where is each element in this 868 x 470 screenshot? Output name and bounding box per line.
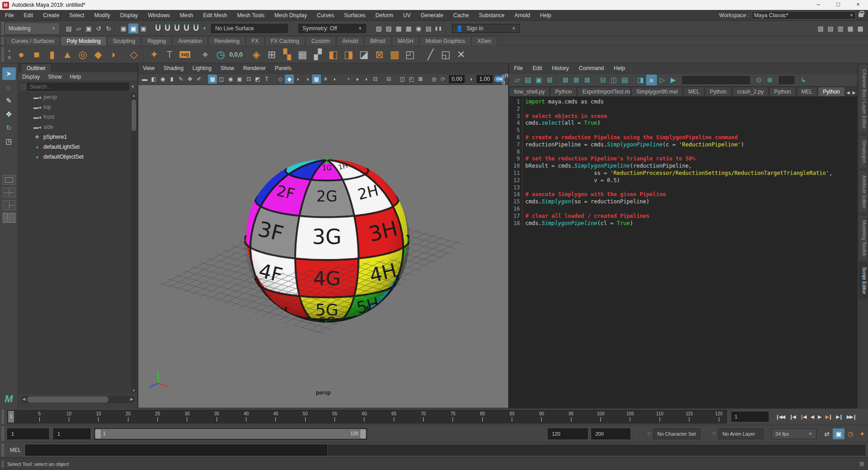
shelf-tab-arnold[interactable]: Arnold xyxy=(336,36,364,46)
xray-icon[interactable]: ◫ xyxy=(398,75,407,84)
outliner-item-persp[interactable]: ▬◂persp xyxy=(18,92,137,102)
field-chart-icon[interactable]: ⊡ xyxy=(244,75,253,84)
res-gate-icon[interactable]: ◉ xyxy=(226,75,235,84)
snap-grid-icon[interactable] xyxy=(156,26,160,31)
anim-layer-selector[interactable]: No Anim Layer xyxy=(718,428,764,439)
quad-draw-icon[interactable]: ◧ xyxy=(326,47,341,62)
outliner-menu-help[interactable]: Help xyxy=(66,74,85,80)
outliner-item-side[interactable]: ▬◂side xyxy=(18,122,137,132)
layout-split-pane-icon[interactable] xyxy=(3,200,15,210)
reduce-icon[interactable]: ◰ xyxy=(402,47,418,62)
attribute-editor-toggle-icon[interactable]: ▦ xyxy=(845,24,855,33)
auto-key-icon[interactable]: ▣ xyxy=(833,428,844,439)
snap-curve-icon[interactable] xyxy=(165,26,170,31)
film-gate-icon[interactable]: ◫ xyxy=(217,75,226,84)
modeling-toolkit-toggle-icon[interactable]: ▧ xyxy=(816,24,826,33)
poly-sphere-icon[interactable]: ● xyxy=(14,47,29,62)
loop-playback-icon[interactable]: ⇄ xyxy=(821,430,833,437)
current-frame-field[interactable]: 1 xyxy=(731,412,769,422)
command-input[interactable] xyxy=(25,445,327,456)
script-tab-simplygon90-mel[interactable]: Simplygon90.mel xyxy=(631,87,683,96)
step-back-frame-icon[interactable]: ❙◀ xyxy=(787,414,797,420)
shelf-tab-rigging[interactable]: Rigging xyxy=(142,36,172,46)
go-to-end-icon[interactable]: ▶▶❙ xyxy=(844,414,858,420)
clear-history-icon[interactable]: ⊠ xyxy=(571,75,582,85)
poly-text-icon[interactable]: T xyxy=(162,47,177,62)
drag-handle[interactable] xyxy=(1,47,4,62)
anim-prefs-icon[interactable]: ◷ xyxy=(844,430,856,437)
menu-item-mesh-display[interactable]: Mesh Display xyxy=(269,10,312,21)
script-tab-python[interactable]: Python xyxy=(705,87,731,96)
paint-select-tool-icon[interactable]: ✎ xyxy=(2,94,16,107)
range-slider-bar[interactable]: 1 120 xyxy=(95,429,366,439)
viewport-menu-renderer[interactable]: Renderer xyxy=(239,65,270,71)
poly-cylinder-icon[interactable]: ▮ xyxy=(44,47,60,62)
channel-box-toggle-icon[interactable]: ▥ xyxy=(835,24,845,33)
menu-item-modify[interactable]: Modify xyxy=(89,10,115,21)
target-weld-icon[interactable]: ◱ xyxy=(438,47,453,62)
ipr-render-icon[interactable]: ▩ xyxy=(394,24,404,33)
viewport-menu-shading[interactable]: Shading xyxy=(159,65,188,71)
textured-icon[interactable]: ◐ xyxy=(294,75,303,84)
layout-outliner-persp-icon[interactable] xyxy=(3,213,15,223)
script-editor-menu-edit[interactable]: Edit xyxy=(528,65,547,71)
shelf-tab-mash[interactable]: MASH xyxy=(392,36,420,46)
save-selected-icon[interactable]: ⊞ xyxy=(544,75,555,85)
drag-handle[interactable] xyxy=(1,461,4,468)
ao-icon[interactable]: ◖ xyxy=(362,75,371,84)
render-view-icon[interactable]: ▧ xyxy=(374,24,384,33)
range-start-handle[interactable] xyxy=(95,429,101,438)
indent-icon[interactable]: ↳ xyxy=(798,75,809,85)
camera-attrs-icon[interactable]: ◉ xyxy=(158,75,167,84)
poly-disc-icon[interactable]: ◗ xyxy=(106,47,121,62)
menu-item-select[interactable]: Select xyxy=(64,10,89,21)
layout-single-pane-icon[interactable] xyxy=(3,175,15,185)
layout-four-pane-icon[interactable] xyxy=(3,188,15,197)
scroll-left-icon[interactable]: ◀ xyxy=(22,397,25,401)
drag-handle[interactable] xyxy=(1,37,4,45)
mirror-icon[interactable]: ▚ xyxy=(279,47,295,62)
drag-handle[interactable] xyxy=(1,409,4,424)
gear-icon[interactable]: ⚙ xyxy=(8,55,12,60)
viewport-menu-panels[interactable]: Panels xyxy=(270,65,296,71)
open-script-icon[interactable]: ▱ xyxy=(512,75,523,85)
poly-plane-icon[interactable]: ◆ xyxy=(90,47,106,62)
range-end-handle[interactable] xyxy=(360,429,366,438)
bridge-icon[interactable]: ◪ xyxy=(356,47,372,62)
workspace-lock-icon[interactable] xyxy=(859,13,863,17)
wireframe-icon[interactable]: ◇ xyxy=(276,75,285,84)
character-set-selector[interactable]: No Character Set xyxy=(653,428,700,439)
save-script-icon[interactable]: ▣ xyxy=(533,75,544,85)
playback-end-field[interactable]: 120 xyxy=(548,428,588,439)
select-hierarchy-icon[interactable]: ▣ xyxy=(118,24,128,33)
outliner-tab[interactable]: Outliner xyxy=(21,64,52,72)
safe-action-icon[interactable]: ◩ xyxy=(253,75,262,84)
side-tab-channel-box-layer-editor[interactable]: Channel Box / Layer Editor xyxy=(859,64,868,133)
bevel-icon[interactable]: ◨ xyxy=(341,47,356,62)
maximize-button[interactable]: □ xyxy=(828,0,848,10)
use-all-lights-icon[interactable]: ◔ xyxy=(344,75,353,84)
edge-flow-icon[interactable]: ✕ xyxy=(453,47,469,62)
tab-scroll-left-icon[interactable]: ◀ xyxy=(845,90,851,95)
platonic-solid-icon[interactable]: ◇ xyxy=(126,47,142,62)
menu-item-create[interactable]: Create xyxy=(38,10,64,21)
boolean-union-icon[interactable]: ⊞ xyxy=(264,47,279,62)
play-forwards-icon[interactable]: ▶ xyxy=(816,414,823,420)
side-tab-script-editor[interactable]: Script Editor xyxy=(859,262,868,299)
crease-tool-icon[interactable]: ╱ xyxy=(423,47,438,62)
scale-tool-icon[interactable]: ◳ xyxy=(2,135,16,148)
go-to-start-icon[interactable]: ❙◀◀ xyxy=(773,414,787,420)
outliner-item-defaultobjectset[interactable]: ◕defaultObjectSet xyxy=(18,152,137,162)
clear-all-icon[interactable]: ⊠ xyxy=(582,75,593,85)
minimize-button[interactable]: – xyxy=(808,0,828,10)
command-language-toggle[interactable]: MEL xyxy=(5,447,25,453)
bookmark-icon[interactable]: ▮ xyxy=(167,75,176,84)
sign-in-button[interactable]: 👤 Sign In ▼ xyxy=(452,24,520,33)
open-add-script-icon[interactable]: ▤ xyxy=(523,75,533,85)
smooth-icon[interactable]: ▩ xyxy=(387,47,402,62)
menu-item-file[interactable]: File xyxy=(0,10,19,21)
side-tab-simplygon[interactable]: Simplygon xyxy=(859,135,868,168)
new-scene-icon[interactable]: ▤ xyxy=(64,24,74,33)
viewport-menu-view[interactable]: View xyxy=(138,65,159,71)
select-object-icon[interactable]: ▣ xyxy=(128,24,138,33)
